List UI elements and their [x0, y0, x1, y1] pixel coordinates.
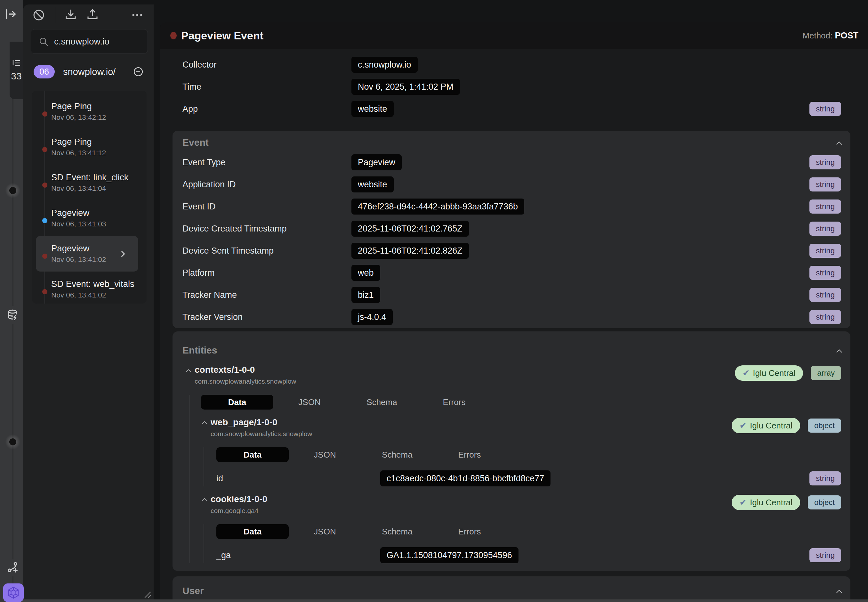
list-item-link-click[interactable]: SD Event: link_click Nov 06, 13:41:04 — [32, 165, 147, 200]
iglu-central-badge[interactable]: ✔Iglu Central — [735, 366, 803, 381]
list-item-pageview-1[interactable]: Pageview Nov 06, 13:41:03 — [32, 200, 147, 236]
registry-label: Iglu Central — [753, 368, 795, 378]
event-count-tab[interactable]: 33 — [9, 41, 23, 99]
iglu-central-badge[interactable]: ✔Iglu Central — [732, 418, 800, 433]
event-title: Page Ping — [51, 101, 147, 112]
tab-schema[interactable]: Schema — [361, 447, 433, 462]
row-label: Tracker Version — [182, 312, 351, 322]
tab-schema[interactable]: Schema — [346, 395, 418, 410]
event-count: 33 — [11, 71, 21, 81]
collapse-entity-icon[interactable] — [201, 496, 208, 503]
list-item-page-ping-1[interactable]: Page Ping Nov 06, 13:42:12 — [32, 94, 147, 129]
row-value[interactable]: 2025-11-06T02:41:02.826Z — [351, 243, 469, 259]
event-time: Nov 06, 13:41:04 — [51, 184, 147, 194]
sidebar-toolbar — [23, 5, 154, 25]
entity-vendor: com.google.ga4 — [211, 507, 267, 514]
tab-json[interactable]: JSON — [289, 447, 361, 462]
rail-timeline-dot[interactable] — [5, 183, 20, 198]
more-options-icon[interactable] — [130, 8, 144, 22]
toolbar-divider — [56, 7, 56, 23]
entity-vendor: com.snowplowanalytics.snowplow — [194, 378, 296, 385]
row-value[interactable]: Nov 6, 2025, 1:41:02 PM — [351, 79, 460, 95]
app-logo[interactable] — [3, 584, 24, 602]
check-icon: ✔ — [742, 368, 750, 378]
section-title: User — [182, 585, 841, 596]
search-box[interactable] — [31, 29, 148, 54]
event-type-dot — [170, 32, 177, 39]
overview-row-time: Time Nov 6, 2025, 1:41:02 PM — [182, 78, 841, 95]
tab-data[interactable]: Data — [216, 524, 289, 539]
row-value[interactable]: 2025-11-06T02:41:02.765Z — [351, 221, 469, 236]
event-dot — [42, 253, 47, 259]
list-item-web-vitals[interactable]: SD Event: web_vitals Nov 06, 13:41:02 — [32, 272, 147, 307]
entity-body: Data JSON Schema Errors id c1c8aedc-080c… — [204, 447, 841, 487]
tab-errors[interactable]: Errors — [433, 524, 506, 539]
row-value[interactable]: website — [351, 177, 394, 192]
tab-json[interactable]: JSON — [289, 524, 361, 539]
export-icon[interactable] — [86, 8, 99, 22]
row-label: Platform — [182, 268, 351, 278]
row-value[interactable]: c1c8aedc-080c-4b1d-8856-bbcfbfd8ce77 — [380, 470, 551, 487]
chevron-up-icon[interactable] — [834, 587, 844, 596]
git-branch-plus-icon[interactable] — [6, 561, 20, 575]
search-input[interactable] — [54, 36, 135, 47]
collapse-entity-icon[interactable] — [201, 419, 208, 426]
iglu-central-badge[interactable]: ✔Iglu Central — [732, 495, 800, 510]
method-value: POST — [835, 31, 859, 40]
entity-vendor: com.snowplowanalytics.snowplow — [211, 430, 312, 438]
search-icon — [38, 36, 49, 47]
tab-json[interactable]: JSON — [273, 395, 346, 410]
tab-errors[interactable]: Errors — [433, 447, 506, 462]
row-label: Device Created Timestamp — [182, 224, 351, 234]
type-badge: string — [810, 177, 841, 192]
row-value[interactable]: biz1 — [351, 287, 380, 303]
resize-handle[interactable] — [142, 589, 152, 599]
row-event-id: Event ID 476ef238-d94c-4442-abbb-93aa3fa… — [182, 198, 841, 215]
tab-schema[interactable]: Schema — [361, 524, 433, 539]
row-value[interactable]: c.snowplow.io — [351, 57, 418, 73]
bottom-edge-strip — [13, 599, 868, 602]
row-value[interactable]: js-4.0.4 — [351, 309, 393, 325]
entity-header: contexts/1-0-0 com.snowplowanalytics.sno… — [185, 365, 841, 385]
row-label: id — [216, 474, 380, 484]
chevron-up-icon[interactable] — [834, 138, 844, 148]
collector-group-header[interactable]: 06 snowplow.io/ — [34, 65, 144, 78]
row-value[interactable]: GA1.1.1508104797.1730954596 — [380, 547, 519, 563]
clear-events-icon[interactable] — [32, 8, 46, 22]
row-label: _ga — [216, 550, 380, 561]
entity-web-page: web_page/1-0-0 com.snowplowanalytics.sno… — [201, 417, 841, 487]
method-label: Method: — [802, 31, 833, 40]
chevron-up-icon[interactable] — [834, 346, 844, 356]
event-title: SD Event: web_vitals — [51, 279, 147, 289]
type-badge: string — [810, 548, 841, 562]
database-bolt-icon[interactable] — [6, 309, 20, 322]
entity-header: cookies/1-0-0 com.google.ga4 ✔Iglu Centr… — [201, 494, 841, 514]
list-item-pageview-selected[interactable]: Pageview Nov 06, 13:41:02 — [36, 236, 138, 272]
rail-timeline-line — [12, 576, 14, 584]
tab-data[interactable]: Data — [216, 447, 289, 462]
event-time: Nov 06, 13:42:12 — [51, 113, 147, 122]
collapse-group-icon[interactable] — [133, 66, 144, 77]
row-value[interactable]: web — [351, 265, 380, 281]
entity-tabs: Data JSON Schema Errors — [216, 524, 841, 539]
rail-timeline-dot[interactable] — [5, 434, 20, 450]
row-platform: Platform web string — [182, 265, 841, 281]
tab-data[interactable]: Data — [201, 395, 273, 410]
import-icon[interactable] — [64, 8, 78, 22]
event-dot — [42, 183, 47, 187]
collapse-entity-icon[interactable] — [185, 367, 192, 374]
row-value[interactable]: 476ef238-d94c-4442-abbb-93aa3fa7736b — [351, 198, 524, 215]
tab-errors[interactable]: Errors — [418, 395, 490, 410]
list-item-page-ping-2[interactable]: Page Ping Nov 06, 13:41:12 — [32, 129, 147, 165]
row-value[interactable]: Pageview — [351, 154, 402, 170]
row-value[interactable]: website — [351, 101, 394, 117]
entities-section: Entities contexts/1-0-0 com.snowplowanal… — [173, 332, 850, 571]
row-application-id: Application ID website string — [182, 177, 841, 192]
request-method: Method: POST — [802, 31, 859, 41]
type-badge: string — [810, 266, 841, 280]
type-badge: string — [810, 471, 841, 485]
user-section: User — [173, 576, 850, 602]
row-label: Collector — [182, 60, 351, 70]
event-list: Page Ping Nov 06, 13:42:12 Page Ping Nov… — [32, 91, 147, 304]
expand-panel-icon[interactable] — [5, 8, 17, 20]
